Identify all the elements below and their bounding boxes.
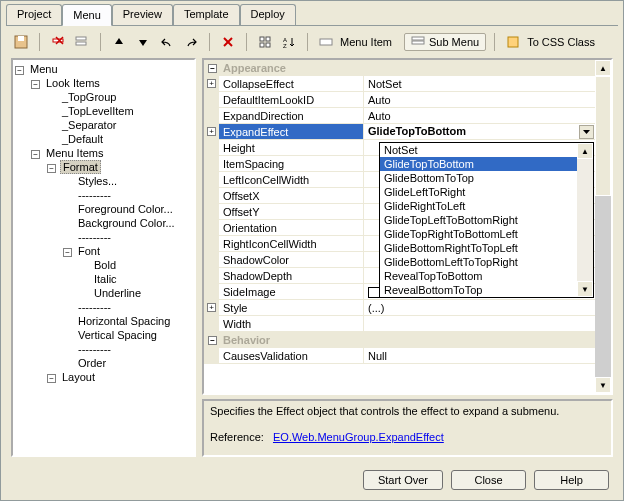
delete-icon[interactable] — [218, 32, 238, 52]
tree-item[interactable]: --------- — [63, 188, 192, 202]
property-grid[interactable]: −Appearance +CollapseEffectNotSet Defaul… — [202, 58, 613, 395]
tab-preview[interactable]: Preview — [112, 4, 173, 25]
tree-item[interactable]: _TopGroup — [47, 90, 192, 104]
tree-label[interactable]: Order — [76, 357, 108, 369]
tab-deploy[interactable]: Deploy — [240, 4, 296, 25]
tree-menu-items[interactable]: −Menu Items — [31, 146, 192, 160]
tree-item[interactable]: Horizontal Spacing — [63, 314, 192, 328]
collapse-icon[interactable]: − — [47, 374, 56, 383]
tree-item[interactable]: Background Color... — [63, 216, 192, 230]
tree-label[interactable]: Font — [76, 245, 102, 257]
tree-item[interactable]: _Separator — [47, 118, 192, 132]
tree-item[interactable]: --------- — [63, 230, 192, 244]
close-button[interactable]: Close — [451, 470, 526, 490]
tree-item[interactable]: Styles... — [63, 174, 192, 188]
prop-row[interactable]: Width — [204, 316, 595, 332]
expand-icon[interactable]: + — [207, 127, 216, 136]
tree-label[interactable]: Background Color... — [76, 217, 177, 229]
categorized-icon[interactable] — [255, 32, 275, 52]
prop-value[interactable]: NotSet — [364, 78, 595, 90]
prop-value[interactable]: Null — [364, 350, 595, 362]
tree-label[interactable]: --------- — [76, 343, 113, 355]
tree-root[interactable]: −Menu — [15, 62, 192, 76]
tree-label[interactable]: Menu Items — [44, 147, 105, 159]
category-behavior[interactable]: −Behavior — [204, 332, 595, 348]
tab-template[interactable]: Template — [173, 4, 240, 25]
dropdown-item[interactable]: GlideTopLeftToBottomRight — [380, 213, 577, 227]
dropdown-item[interactable]: RevealTopToBottom — [380, 269, 577, 283]
collapse-icon[interactable]: − — [208, 64, 217, 73]
collapse-icon[interactable]: − — [15, 66, 24, 75]
tree-label[interactable]: Menu — [28, 63, 60, 75]
prop-row-selected[interactable]: +ExpandEffectGlideTopToBottom — [204, 124, 595, 140]
prop-row[interactable]: DefaultItemLookIDAuto — [204, 92, 595, 108]
tab-project[interactable]: Project — [6, 4, 62, 25]
delete-item-icon[interactable] — [48, 32, 68, 52]
tree-item[interactable]: Bold — [79, 258, 192, 272]
arrow-up-icon[interactable] — [109, 32, 129, 52]
menu-item-icon[interactable] — [316, 32, 336, 52]
tree-label[interactable]: Horizontal Spacing — [76, 315, 172, 327]
collapse-icon[interactable]: − — [47, 164, 56, 173]
scroll-down-icon[interactable]: ▼ — [577, 281, 593, 297]
dropdown-item[interactable]: GlideBottomRightToTopLeft — [380, 241, 577, 255]
tree-label[interactable]: _TopGroup — [60, 91, 118, 103]
prop-row[interactable]: CausesValidationNull — [204, 348, 595, 364]
tree-item[interactable]: _Default — [47, 132, 192, 146]
prop-value[interactable]: GlideTopToBottom — [364, 125, 595, 139]
sub-menu-button[interactable]: Sub Menu — [404, 33, 486, 51]
prop-value[interactable]: (...) — [364, 302, 595, 314]
tree-label[interactable]: --------- — [76, 301, 113, 313]
tree-item[interactable]: --------- — [63, 342, 192, 356]
prop-row[interactable]: +CollapseEffectNotSet — [204, 76, 595, 92]
tree-label[interactable]: --------- — [76, 231, 113, 243]
tree-item[interactable]: Underline — [79, 286, 192, 300]
scroll-track[interactable] — [577, 159, 593, 281]
tree-item[interactable]: _TopLevelItem — [47, 104, 192, 118]
dropdown-scrollbar[interactable]: ▲ ▼ — [577, 143, 593, 297]
tree-panel[interactable]: −Menu −Look Items _TopGroup _TopLevelIte… — [11, 58, 196, 457]
tree-label[interactable]: Look Items — [44, 77, 102, 89]
category-appearance[interactable]: −Appearance — [204, 60, 595, 76]
dropdown-item[interactable]: NotSet — [380, 143, 577, 157]
start-over-button[interactable]: Start Over — [363, 470, 443, 490]
to-css-class-label[interactable]: To CSS Class — [527, 36, 595, 48]
tree-format[interactable]: −Format — [47, 160, 192, 174]
prop-row[interactable]: ExpandDirectionAuto — [204, 108, 595, 124]
tree-label[interactable]: _Default — [60, 133, 105, 145]
tree-label[interactable]: --------- — [76, 189, 113, 201]
prop-row[interactable]: +Style(...) — [204, 300, 595, 316]
prop-value[interactable]: Auto — [364, 94, 595, 106]
sort-icon[interactable]: AZ — [279, 32, 299, 52]
tree-item[interactable]: Order — [63, 356, 192, 370]
arrow-down-icon[interactable] — [133, 32, 153, 52]
tree-label[interactable]: Underline — [92, 287, 143, 299]
prop-value[interactable]: Auto — [364, 110, 595, 122]
tree-label[interactable]: Vertical Spacing — [76, 329, 159, 341]
save-icon[interactable] — [11, 32, 31, 52]
collapse-icon[interactable]: − — [63, 248, 72, 257]
tree-label[interactable]: Foreground Color... — [76, 203, 175, 215]
help-button[interactable]: Help — [534, 470, 609, 490]
tree-label[interactable]: Bold — [92, 259, 118, 271]
tree-font[interactable]: −Font — [63, 244, 192, 258]
scroll-thumb[interactable] — [595, 76, 611, 196]
tree-look-items[interactable]: −Look Items — [31, 76, 192, 90]
dropdown-item[interactable]: GlideBottomLeftToTopRight — [380, 255, 577, 269]
new-items-icon[interactable] — [72, 32, 92, 52]
dropdown-button[interactable] — [579, 125, 594, 139]
tree-layout[interactable]: −Layout — [47, 370, 192, 384]
tree-item[interactable]: Italic — [79, 272, 192, 286]
dropdown-item-selected[interactable]: GlideTopToBottom — [380, 157, 577, 171]
tree-label[interactable]: _TopLevelItem — [60, 105, 136, 117]
menu-item-label[interactable]: Menu Item — [340, 36, 392, 48]
scroll-up-icon[interactable]: ▲ — [577, 143, 593, 159]
dropdown-item[interactable]: RevealBottomToTop — [380, 283, 577, 297]
tree-label[interactable]: Layout — [60, 371, 97, 383]
expand-icon[interactable]: + — [207, 303, 216, 312]
scroll-up-icon[interactable]: ▲ — [595, 60, 611, 76]
expand-icon[interactable]: + — [207, 79, 216, 88]
tree-item[interactable]: --------- — [63, 300, 192, 314]
collapse-icon[interactable]: − — [31, 80, 40, 89]
collapse-icon[interactable]: − — [31, 150, 40, 159]
